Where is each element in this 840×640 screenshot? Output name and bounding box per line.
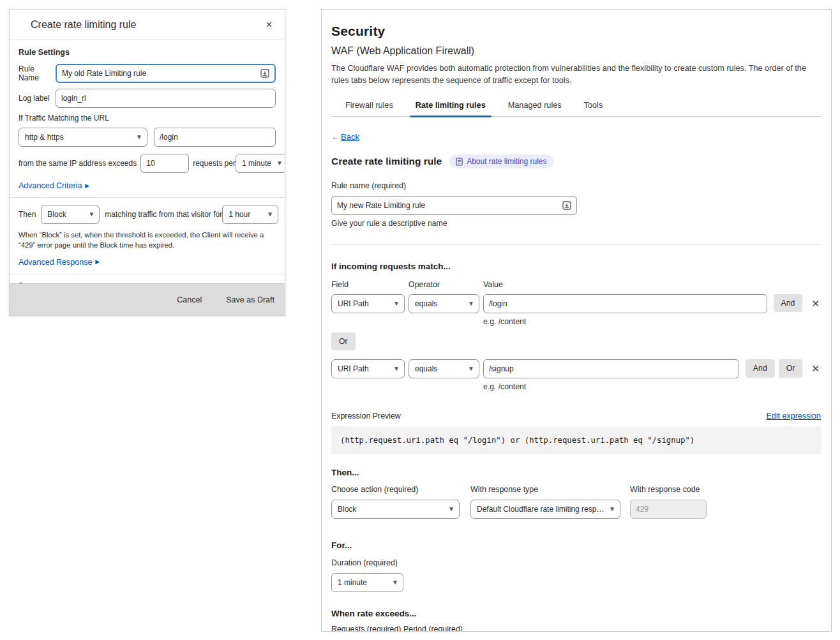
url-match-row: http & https ▼ (19, 128, 276, 147)
then-row: Then Block ▼ matching traffic from that … (19, 205, 276, 224)
dialog-header: Create rate limiting rule × (10, 10, 285, 40)
chevron-down-icon: ▼ (393, 300, 400, 307)
rule-name-field-wrap (56, 64, 276, 83)
operator-select[interactable]: equals ▼ (409, 359, 479, 378)
dialog-footer: Cancel Save as Draft (10, 283, 285, 315)
response-type-select[interactable]: Default Cloudflare rate limiting respons… (470, 500, 620, 519)
value-input[interactable] (489, 299, 761, 308)
action-select-value: Block (47, 210, 66, 219)
field-select[interactable]: URI Path ▼ (331, 294, 405, 313)
rule-name-field-wrap (331, 196, 577, 215)
threshold-prefix-text: from the same IP address exceeds (19, 159, 137, 168)
block-note: When “Block” is set, when the threshold … (19, 230, 276, 251)
then-label: Then (19, 210, 36, 219)
form-title: Create rate limiting rule (331, 156, 442, 167)
field-select-value: URI Path (338, 299, 369, 308)
remove-row-icon[interactable]: ✕ (810, 294, 821, 313)
expression-code: (http.request.uri.path eq "/login") or (… (331, 426, 821, 454)
action-select[interactable]: Block ▼ (331, 500, 460, 519)
value-field-wrap (483, 359, 739, 378)
field-select-value: URI Path (338, 364, 369, 373)
chevron-down-icon: ▼ (448, 506, 454, 513)
threshold-period-select[interactable]: 1 minute ▼ (236, 154, 285, 173)
cancel-button[interactable]: Cancel (177, 295, 202, 304)
ban-duration-select[interactable]: 1 hour ▼ (222, 205, 278, 224)
response-code-input (630, 500, 707, 519)
value-helper: e.g. /content (483, 317, 767, 326)
value-helper: e.g. /content (483, 382, 739, 391)
response-type-label: With response type (470, 485, 620, 494)
tab-rate-limiting-rules[interactable]: Rate limiting rules (413, 101, 488, 116)
chevron-down-icon: ▼ (267, 211, 273, 218)
period-label: Period (required) (403, 625, 472, 632)
tab-firewall-rules[interactable]: Firewall rules (343, 101, 396, 116)
chevron-down-icon: ▼ (609, 506, 615, 513)
about-rate-limiting-badge[interactable]: About rate limiting rules (449, 154, 553, 168)
scheme-select[interactable]: http & https ▼ (19, 128, 147, 147)
tab-managed-rules[interactable]: Managed rules (506, 101, 564, 116)
match-row-2: URI Path ▼ equals ▼ e.g. /content And Or… (331, 359, 821, 391)
advanced-criteria-link[interactable]: Advanced Criteria ▶ (19, 181, 89, 190)
page-description: The Cloudflare WAF provides both automat… (331, 63, 821, 87)
rule-name-helper: Give your rule a descriptive name (331, 219, 821, 228)
then-suffix-text: matching traffic from that visitor for (105, 210, 222, 219)
operator-select[interactable]: equals ▼ (409, 294, 479, 313)
then-heading: Then... (331, 468, 821, 477)
value-input[interactable] (489, 364, 733, 373)
tab-tools[interactable]: Tools (581, 101, 606, 116)
action-select[interactable]: Block ▼ (41, 205, 100, 224)
scheme-select-value: http & https (25, 133, 64, 142)
and-button[interactable]: And (774, 294, 803, 312)
input-extension-icon (562, 201, 571, 210)
url-input[interactable] (160, 133, 270, 142)
rule-name-input[interactable] (337, 201, 559, 210)
traffic-match-heading: If Traffic Matching the URL (19, 114, 276, 123)
advanced-criteria-label: Advanced Criteria (19, 181, 82, 190)
about-badge-label: About rate limiting rules (467, 157, 546, 166)
chevron-down-icon: ▼ (276, 160, 283, 167)
operator-column-label: Operator (409, 280, 483, 289)
expression-preview-label: Expression Preview (331, 412, 401, 420)
response-type-value: Default Cloudflare rate limiting respons… (477, 505, 607, 514)
close-icon[interactable]: × (266, 20, 272, 30)
log-label-input[interactable] (61, 94, 270, 103)
rule-name-input[interactable] (62, 69, 257, 78)
triangle-right-icon: ▶ (95, 259, 100, 265)
rule-settings-heading: Rule Settings (19, 48, 276, 57)
waf-tabs: Firewall rules Rate limiting rules Manag… (331, 101, 821, 117)
back-link[interactable]: ← Back (331, 132, 359, 142)
value-field-wrap (483, 294, 767, 313)
action-select-value: Block (338, 505, 356, 514)
back-arrow-icon: ← (331, 132, 340, 142)
divider (331, 244, 821, 245)
dialog-title: Create rate limiting rule (31, 19, 136, 31)
divider (10, 274, 285, 274)
legacy-rate-limit-dialog: Create rate limiting rule × Rule Setting… (9, 9, 285, 316)
chevron-down-icon: ▼ (393, 366, 400, 373)
or-button[interactable]: Or (779, 359, 803, 377)
advanced-response-link[interactable]: Advanced Response ▶ (19, 258, 100, 267)
url-field-wrap (154, 128, 276, 147)
log-label-field-wrap (56, 89, 276, 108)
edit-expression-link[interactable]: Edit expression (767, 412, 821, 420)
requests-label: Requests (required) (331, 625, 397, 632)
document-icon (456, 158, 463, 166)
threshold-row: from the same IP address exceeds request… (19, 154, 276, 173)
field-select[interactable]: URI Path ▼ (331, 359, 405, 378)
duration-select[interactable]: 1 minute ▼ (331, 573, 403, 592)
value-column-label: Value (483, 280, 503, 289)
match-column-labels: Field Operator Value (331, 280, 821, 289)
dialog-body: Rule Settings Rule Name Log label If Tra… (10, 40, 285, 283)
threshold-input[interactable] (140, 154, 189, 173)
chevron-down-icon: ▼ (468, 366, 474, 373)
and-button[interactable]: And (746, 359, 775, 377)
threshold-period-value: 1 minute (242, 159, 271, 168)
or-connector-button[interactable]: Or (331, 332, 356, 350)
save-as-draft-button[interactable]: Save as Draft (226, 295, 274, 304)
advanced-response-label: Advanced Response (19, 258, 92, 267)
for-heading: For... (331, 540, 821, 550)
match-row-1: URI Path ▼ equals ▼ e.g. /content And ✕ (331, 294, 821, 326)
match-heading: If incoming requests match... (331, 262, 821, 271)
divider (10, 197, 285, 198)
remove-row-icon[interactable]: ✕ (810, 359, 821, 378)
